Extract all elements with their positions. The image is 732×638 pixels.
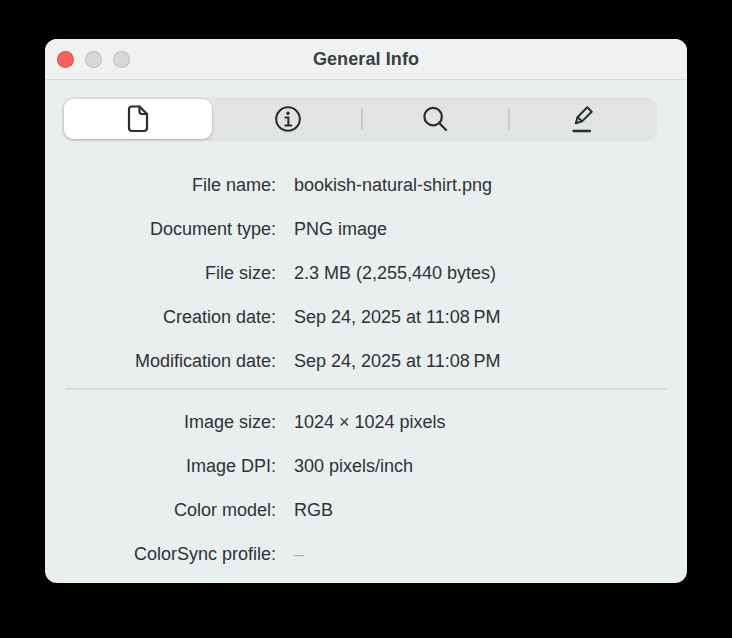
- info-row: Color model: RGB: [45, 488, 687, 532]
- tab-more-info[interactable]: [214, 97, 362, 141]
- row-value: bookish-natural-shirt.png: [294, 175, 492, 196]
- close-button[interactable]: [57, 51, 74, 68]
- row-label: Creation date:: [45, 307, 276, 328]
- row-value: Sep 24, 2025 at 11:08 PM: [294, 351, 500, 372]
- info-row: ColorSync profile: –: [45, 532, 687, 576]
- info-row: Document type: PNG image: [45, 207, 687, 251]
- minimize-button[interactable]: [85, 51, 102, 68]
- info-row: File name: bookish-natural-shirt.png: [45, 163, 687, 207]
- traffic-lights: [57, 39, 130, 79]
- titlebar[interactable]: General Info: [45, 39, 687, 80]
- inspector-tab-bar: [62, 97, 657, 141]
- info-row: Image size: 1024 × 1024 pixels: [45, 400, 687, 444]
- info-row: Image DPI: 300 pixels/inch: [45, 444, 687, 488]
- row-label: Image DPI:: [45, 456, 276, 477]
- info-row: Creation date: Sep 24, 2025 at 11:08 PM: [45, 295, 687, 339]
- row-label: File name:: [45, 175, 276, 196]
- info-icon: [273, 104, 303, 134]
- row-value: PNG image: [294, 219, 387, 240]
- search-icon: [420, 104, 450, 134]
- row-label: File size:: [45, 263, 276, 284]
- row-label: Document type:: [45, 219, 276, 240]
- row-value: RGB: [294, 500, 333, 521]
- row-value: 300 pixels/inch: [294, 456, 413, 477]
- tab-general[interactable]: [64, 99, 212, 139]
- general-info-window: General Info: [45, 39, 687, 583]
- row-label: Color model:: [45, 500, 276, 521]
- tab-keywords[interactable]: [362, 97, 510, 141]
- section-divider: [65, 388, 667, 390]
- document-icon: [124, 103, 152, 135]
- tab-annotations[interactable]: [509, 97, 657, 141]
- row-label: ColorSync profile:: [45, 544, 276, 565]
- row-value: –: [294, 544, 304, 565]
- row-value: 2.3 MB (2,255,440 bytes): [294, 263, 496, 284]
- pencil-icon: [566, 102, 600, 136]
- zoom-button[interactable]: [113, 51, 130, 68]
- row-label: Image size:: [45, 412, 276, 433]
- info-row: File size: 2.3 MB (2,255,440 bytes): [45, 251, 687, 295]
- row-value: Sep 24, 2025 at 11:08 PM: [294, 307, 500, 328]
- info-row: Modification date: Sep 24, 2025 at 11:08…: [45, 339, 687, 383]
- row-value: 1024 × 1024 pixels: [294, 412, 446, 433]
- row-label: Modification date:: [45, 351, 276, 372]
- info-panel: File name: bookish-natural-shirt.png Doc…: [45, 163, 687, 576]
- window-title: General Info: [313, 49, 419, 70]
